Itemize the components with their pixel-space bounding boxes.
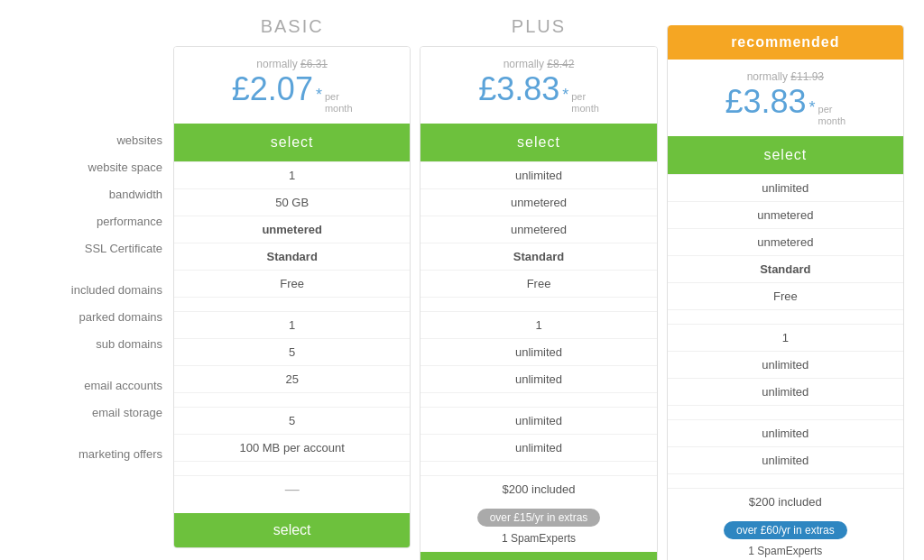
data-row: Free xyxy=(174,270,410,297)
label-spacer xyxy=(20,426,162,440)
data-row: 5 xyxy=(174,338,410,365)
data-row: Standard xyxy=(174,243,410,270)
plan-card: normally £6.31£2.07*permonthselect150 GB… xyxy=(173,46,411,548)
price-main: £3.83*permonth xyxy=(430,70,647,115)
row-label: marketing offers xyxy=(20,440,162,467)
price-star: * xyxy=(562,86,568,105)
data-rows: 150 GBunmeteredStandardFree15255100 MB p… xyxy=(174,161,410,502)
data-row: unmetered xyxy=(420,188,656,216)
normally-label: normally £8.42 xyxy=(430,58,647,70)
data-row: unmetered xyxy=(420,216,656,243)
label-spacer xyxy=(20,262,162,276)
data-row: unlimited xyxy=(420,434,656,461)
pricing-box: normally £6.31£2.07*permonth xyxy=(174,47,410,115)
data-row: unlimited xyxy=(668,351,903,378)
select-button-top[interactable]: select xyxy=(668,136,903,174)
data-row: — xyxy=(174,475,410,502)
row-label: parked domains xyxy=(20,303,162,330)
spam-text: 1 SpamExperts xyxy=(673,545,898,557)
price-main: £2.07*permonth xyxy=(183,70,401,115)
row-label: performance xyxy=(20,207,162,234)
bottom-extras xyxy=(174,502,410,513)
plans-area: BASICnormally £6.31£2.07*permonthselect1… xyxy=(173,9,904,560)
price-per: permonth xyxy=(818,104,846,127)
price-amount: £2.07 xyxy=(232,70,313,108)
pricing-wrapper: websiteswebsite spacebandwidthperformanc… xyxy=(20,0,904,560)
normally-label: normally £6.31 xyxy=(183,58,401,70)
data-row: 1 xyxy=(174,311,410,338)
labels-column: websiteswebsite spacebandwidthperformanc… xyxy=(20,9,173,467)
data-row: unlimited xyxy=(668,174,903,201)
row-label: email accounts xyxy=(20,372,162,399)
data-row xyxy=(420,461,656,475)
plan-name xyxy=(667,9,904,25)
row-label: websites xyxy=(20,126,162,153)
data-rows: unlimitedunmeteredunmeteredStandardFree1… xyxy=(668,174,903,515)
plan-col-2: recommendednormally £11.93£3.83*permonth… xyxy=(667,9,904,560)
data-row: unmetered xyxy=(668,201,903,228)
data-row: unmetered xyxy=(174,216,410,243)
price-per: permonth xyxy=(571,91,599,115)
price-amount: £3.83 xyxy=(478,70,559,108)
plan-card: recommendednormally £11.93£3.83*permonth… xyxy=(667,25,904,560)
data-row: unlimited xyxy=(420,407,656,434)
pricing-box: normally £8.42£3.83*permonth xyxy=(420,47,656,115)
data-row: unlimited xyxy=(420,338,656,365)
plan-card: normally £8.42£3.83*permonthselectunlimi… xyxy=(420,46,657,560)
extras-badge: over £15/yr in extras xyxy=(477,509,601,527)
data-row: Free xyxy=(668,282,903,309)
data-row: 1 xyxy=(420,311,656,338)
data-row xyxy=(420,392,656,407)
data-row: 100 MB per account xyxy=(174,434,410,461)
data-row: $200 included xyxy=(420,475,656,502)
dash-icon: — xyxy=(285,482,300,498)
data-row xyxy=(668,473,903,488)
row-label: bandwidth xyxy=(20,180,162,207)
data-row: 1 xyxy=(174,161,410,188)
data-row xyxy=(174,297,410,311)
data-row: unlimited xyxy=(420,161,656,188)
pricing-box: normally £11.93£3.83*permonth xyxy=(668,60,903,127)
row-label: email storage xyxy=(20,399,162,426)
data-row: Standard xyxy=(668,255,903,282)
price-star: * xyxy=(316,86,322,105)
data-row: 50 GB xyxy=(174,188,410,216)
data-row: unmetered xyxy=(668,228,903,255)
row-label: SSL Certificate xyxy=(20,234,162,262)
price-amount: £3.83 xyxy=(725,83,806,121)
price-main: £3.83*permonth xyxy=(677,83,894,127)
select-button-bottom[interactable]: select xyxy=(174,513,410,547)
price-per: permonth xyxy=(325,91,353,115)
data-rows: unlimitedunmeteredunmeteredStandardFree1… xyxy=(420,161,656,502)
data-row: 5 xyxy=(174,407,410,434)
bottom-extras: over £60/yr in extras1 SpamExperts xyxy=(668,515,903,560)
plan-name: BASIC xyxy=(173,9,411,46)
data-row: unlimited xyxy=(668,446,903,473)
normally-label: normally £11.93 xyxy=(677,70,894,83)
bottom-extras: over £15/yr in extras1 SpamExperts xyxy=(420,502,656,552)
data-row: unlimited xyxy=(668,378,903,405)
data-row: 25 xyxy=(174,365,410,392)
price-star: * xyxy=(809,98,816,117)
select-button-bottom[interactable]: select xyxy=(420,552,656,560)
recommended-banner: recommended xyxy=(668,25,903,60)
row-label: website space xyxy=(20,153,162,180)
select-button-top[interactable]: select xyxy=(420,124,656,161)
plan-col-0: BASICnormally £6.31£2.07*permonthselect1… xyxy=(173,9,411,548)
plan-name: PLUS xyxy=(420,9,657,46)
data-row: unlimited xyxy=(420,365,656,392)
data-row: 1 xyxy=(668,324,903,351)
data-row: $200 included xyxy=(668,488,903,515)
data-row xyxy=(174,392,410,407)
data-row xyxy=(174,461,410,475)
select-button-top[interactable]: select xyxy=(174,124,410,161)
data-row xyxy=(668,405,903,419)
row-label: sub domains xyxy=(20,330,162,357)
extras-badge: over £60/yr in extras xyxy=(724,521,847,539)
row-label: included domains xyxy=(20,276,162,303)
data-row xyxy=(420,297,656,311)
plan-col-1: PLUSnormally £8.42£3.83*permonthselectun… xyxy=(420,9,657,560)
label-spacer xyxy=(20,357,162,372)
data-row: Standard xyxy=(420,243,656,270)
spam-text: 1 SpamExperts xyxy=(426,532,651,545)
